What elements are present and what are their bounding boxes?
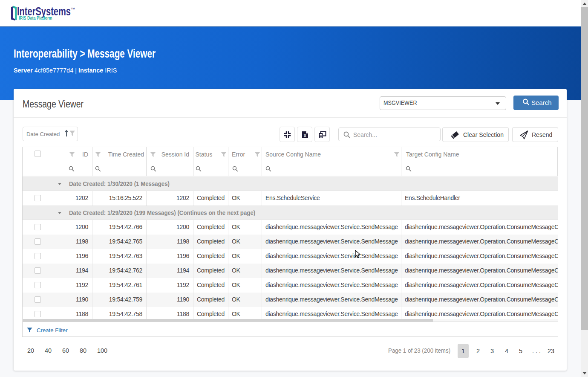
svg-text:x: x [304,133,307,138]
